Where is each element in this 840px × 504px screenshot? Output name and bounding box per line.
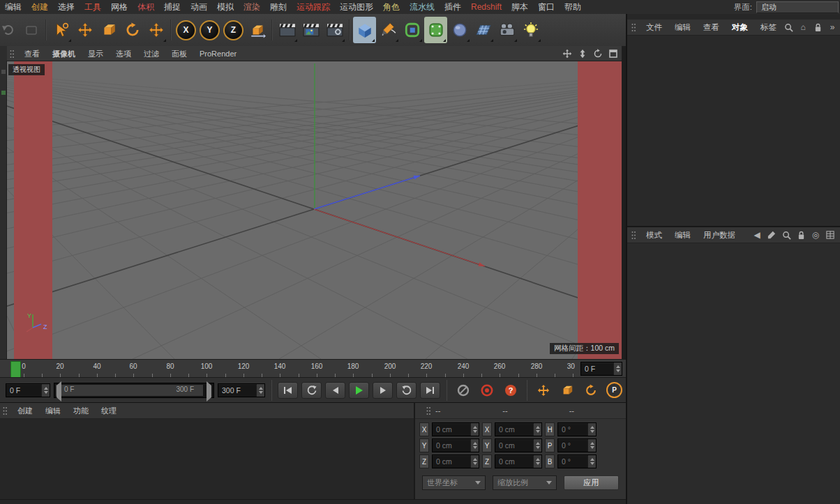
om-menu-tags[interactable]: 标签 — [755, 22, 782, 33]
y-axis-lock-button[interactable]: Y — [198, 17, 221, 43]
menu-animate[interactable]: 动画 — [186, 0, 212, 14]
viewport-dolly-icon[interactable] — [577, 48, 588, 59]
timeline-ruler[interactable]: 0 20 40 60 80 100 120 140 160 180 200 22… — [0, 359, 626, 378]
array-generator-button[interactable] — [472, 17, 495, 43]
render-to-picture-viewer-button[interactable] — [299, 17, 322, 43]
material-menu-texture[interactable]: 纹理 — [96, 406, 122, 416]
goto-start-button[interactable] — [278, 382, 298, 399]
redo-button[interactable] — [20, 17, 43, 43]
grid-panel-icon[interactable] — [825, 230, 835, 240]
menu-plugins[interactable]: 插件 — [440, 0, 466, 14]
coordinate-system-button[interactable] — [246, 17, 269, 43]
rot-p-field[interactable]: 0 ° — [557, 438, 597, 452]
range-right-handle[interactable] — [207, 385, 211, 398]
menu-mograph[interactable]: 运动图形 — [335, 0, 378, 14]
range-left-handle[interactable] — [57, 385, 61, 398]
viewport-menu-cameras[interactable]: 摄像机 — [47, 49, 81, 59]
goto-end-button[interactable] — [420, 382, 440, 399]
last-used-tool-button[interactable] — [144, 17, 167, 43]
record-rotation-toggle[interactable] — [580, 381, 601, 399]
apply-button[interactable]: 应用 — [564, 475, 619, 490]
material-list-area[interactable] — [0, 419, 414, 500]
viewport-pan-icon[interactable] — [562, 48, 573, 59]
object-manager-list[interactable] — [627, 36, 840, 227]
previous-key-button[interactable] — [301, 382, 322, 399]
om-menu-view[interactable]: 查看 — [698, 22, 725, 33]
size-z-stepper[interactable] — [533, 455, 541, 468]
menu-create[interactable]: 创建 — [27, 0, 53, 14]
panel-grip-icon[interactable] — [10, 49, 15, 59]
render-view-button[interactable] — [276, 17, 299, 43]
rotate-tool-button[interactable] — [121, 17, 144, 43]
previous-frame-button[interactable] — [325, 382, 345, 399]
next-key-button[interactable] — [396, 382, 417, 399]
pos-x-field[interactable]: 0 cm — [432, 422, 479, 436]
timeline-range-slider[interactable]: 0 F 300 F — [54, 383, 214, 398]
om-menu-edit[interactable]: 编辑 — [669, 22, 696, 33]
menu-volume[interactable]: 体积 — [133, 0, 159, 14]
volume-builder-button[interactable] — [448, 17, 471, 43]
solo-toggle-button[interactable] — [453, 381, 473, 399]
camera-button[interactable] — [495, 17, 518, 43]
material-menu-edit[interactable]: 编辑 — [40, 406, 66, 416]
viewport-menu-options[interactable]: 选项 — [110, 49, 137, 59]
subdivision-surface-button[interactable] — [400, 17, 423, 43]
menu-pipeline[interactable]: 流水线 — [405, 0, 440, 14]
pos-z-stepper[interactable] — [470, 455, 479, 468]
material-menu-create[interactable]: 创建 — [12, 406, 38, 416]
am-menu-mode[interactable]: 模式 — [640, 230, 668, 240]
scale-tool-button[interactable] — [97, 17, 120, 43]
pen-icon[interactable] — [767, 230, 777, 240]
viewport-rotate-icon[interactable] — [592, 48, 603, 59]
viewport-menu-display[interactable]: 显示 — [82, 49, 109, 59]
frame-stepper[interactable] — [613, 362, 622, 375]
target-icon[interactable]: ◎ — [811, 230, 820, 240]
rot-h-stepper[interactable] — [587, 423, 596, 436]
record-parameter-toggle[interactable]: P — [604, 381, 624, 399]
menu-redshift[interactable]: Redshift — [466, 0, 507, 14]
material-menu-function[interactable]: 功能 — [68, 406, 94, 416]
current-frame-marker[interactable] — [10, 361, 21, 378]
add-cube-primitive-button[interactable] — [353, 17, 376, 43]
menu-character[interactable]: 角色 — [378, 0, 405, 14]
viewport-menu-prorender[interactable]: ProRender — [194, 49, 242, 58]
end-frame-stepper[interactable] — [256, 384, 264, 397]
size-z-field[interactable]: 0 cm — [495, 455, 542, 468]
x-axis-lock-button[interactable]: X — [174, 17, 197, 43]
lock-icon[interactable] — [796, 230, 806, 240]
record-position-toggle[interactable] — [533, 381, 553, 399]
move-tool-button[interactable] — [73, 17, 96, 43]
viewport-maximize-icon[interactable] — [608, 48, 619, 59]
size-y-field[interactable]: 0 cm — [495, 438, 542, 452]
start-frame-stepper[interactable] — [41, 384, 50, 397]
perspective-viewport[interactable]: Y Z 透视视图 网格间距：100 cm — [7, 61, 622, 359]
panel-grip-icon[interactable] — [631, 23, 636, 32]
rot-p-stepper[interactable] — [587, 439, 596, 452]
size-x-field[interactable]: 0 cm — [495, 422, 542, 436]
history-back-icon[interactable]: ◀ — [752, 230, 762, 240]
om-menu-objects[interactable]: 对象 — [726, 22, 753, 33]
search-icon[interactable] — [781, 230, 791, 240]
pos-y-stepper[interactable] — [470, 439, 479, 452]
panel-grip-icon[interactable] — [3, 406, 8, 415]
light-button[interactable] — [519, 17, 542, 43]
am-menu-userdata[interactable]: 用户数据 — [698, 230, 741, 240]
menu-tools[interactable]: 工具 — [80, 0, 106, 14]
rot-h-field[interactable]: 0 ° — [557, 422, 597, 436]
menu-simulate[interactable]: 模拟 — [212, 0, 239, 14]
interface-layout-dropdown[interactable]: 启动 — [756, 1, 839, 13]
am-menu-edit[interactable]: 编辑 — [669, 230, 696, 240]
coordinate-system-dropdown[interactable]: 世界坐标 — [422, 475, 486, 490]
menu-select[interactable]: 选择 — [53, 0, 80, 14]
size-x-stepper[interactable] — [533, 423, 541, 436]
pos-y-field[interactable]: 0 cm — [432, 438, 479, 452]
attribute-manager-area[interactable] — [627, 243, 840, 504]
viewport-menu-filter[interactable]: 过滤 — [138, 49, 165, 59]
render-settings-button[interactable] — [323, 17, 346, 43]
menu-help[interactable]: 帮助 — [560, 0, 586, 14]
spline-pen-button[interactable] — [377, 17, 400, 43]
menu-window[interactable]: 窗口 — [533, 0, 560, 14]
menu-sculpt[interactable]: 雕刻 — [265, 0, 292, 14]
play-button[interactable] — [349, 382, 369, 399]
panel-grip-icon[interactable] — [631, 231, 636, 240]
